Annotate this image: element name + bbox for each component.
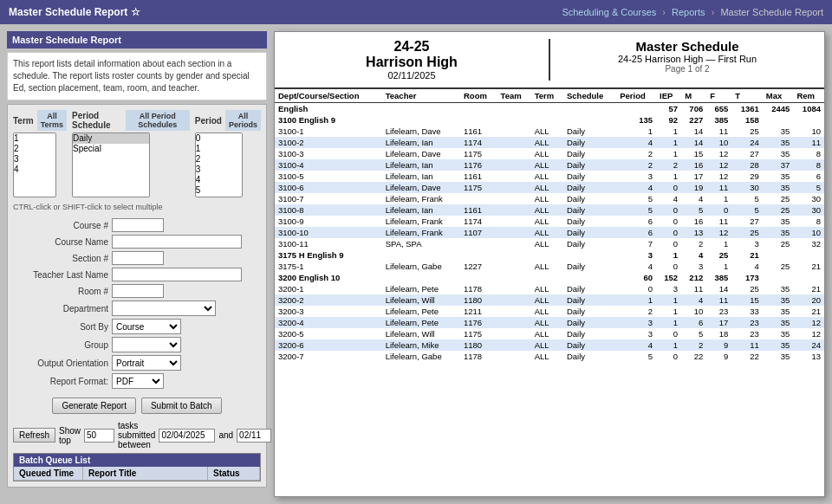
table-cell: [497, 238, 531, 249]
date-from-input[interactable]: [159, 429, 215, 443]
table-cell: Daily: [563, 216, 616, 227]
info-box: This report lists detail information abo…: [7, 52, 267, 100]
period-schedule-listbox[interactable]: Daily Special: [72, 132, 150, 197]
room-num-input[interactable]: [112, 284, 164, 298]
table-cell: 3100-8: [275, 204, 382, 216]
group-row: Group: [13, 337, 261, 352]
panel-title: Master Schedule Report: [7, 31, 267, 48]
department-select[interactable]: [112, 300, 216, 316]
form-fields: Course # Course Name Section # Teacher L…: [13, 218, 261, 389]
table-cell: 21: [793, 283, 824, 294]
col-t: T: [731, 89, 763, 103]
period-listbox[interactable]: 0 1 2 3 4 5 6: [195, 132, 243, 197]
department-label: Department: [13, 304, 108, 313]
sort-by-select[interactable]: Course: [112, 319, 181, 334]
table-cell: ALL: [531, 193, 563, 204]
col-iep: IEP: [656, 89, 681, 103]
report-panel: 24-25Harrison High 02/11/2025 Master Sch…: [274, 31, 825, 497]
table-cell: 5: [731, 204, 763, 216]
table-cell: Lifelearn, Frank: [382, 216, 460, 227]
table-cell: 15: [731, 294, 763, 306]
sort-by-row: Sort By Course: [13, 319, 261, 334]
table-cell: 1180: [460, 339, 497, 351]
generate-report-button[interactable]: Generate Report: [52, 397, 136, 414]
table-cell: Lifelearn, Will: [382, 294, 460, 306]
course-num-input[interactable]: [112, 218, 164, 232]
period-schedule-label: Period Schedule: [72, 111, 122, 130]
table-cell: Lifelearn, Dave: [382, 148, 460, 159]
table-cell: 12: [706, 227, 731, 238]
table-cell: 1174: [460, 137, 497, 148]
table-cell: 5: [731, 193, 763, 204]
table-cell: 7: [616, 238, 656, 249]
table-cell: 17: [706, 317, 731, 328]
submit-batch-button[interactable]: Submit to Batch: [141, 397, 222, 414]
show-top-input[interactable]: [84, 429, 114, 443]
breadcrumb-link-2[interactable]: Reports: [672, 7, 705, 17]
table-cell: 3: [681, 261, 706, 272]
table-cell: ALL: [531, 159, 563, 171]
table-cell: Daily: [563, 182, 616, 193]
group-select[interactable]: [112, 337, 181, 352]
group-total-cell: 1361: [731, 103, 763, 115]
term-listbox[interactable]: 1 2 3 4: [13, 132, 56, 197]
table-cell: 20: [793, 294, 824, 306]
breadcrumb-link-1[interactable]: Scheduling & Courses: [562, 7, 656, 17]
table-cell: 3200-5: [275, 328, 382, 339]
table-cell: 1175: [460, 182, 497, 193]
table-cell: ALL: [531, 171, 563, 182]
table-cell: 28: [731, 159, 763, 171]
table-cell: [497, 137, 531, 148]
nav-title: Master Schedule Report ☆: [9, 6, 140, 18]
table-cell: 2: [656, 159, 681, 171]
table-cell: 33: [731, 306, 763, 317]
teacher-name-input[interactable]: [112, 268, 242, 281]
period-schedule-all-label[interactable]: All Period Schedules: [126, 110, 190, 131]
table-cell: 1211: [460, 306, 497, 317]
table-cell: 3200-6: [275, 339, 382, 351]
table-cell: 1: [656, 317, 681, 328]
table-cell: ALL: [531, 204, 563, 216]
table-cell: 35: [763, 328, 794, 339]
table-cell: Daily: [563, 317, 616, 328]
format-select[interactable]: PDF: [112, 373, 164, 389]
section-num-input[interactable]: [112, 251, 164, 265]
hint-text: CTRL-click or SHIFT-click to select mult…: [13, 203, 261, 211]
table-cell: 25: [763, 204, 794, 216]
table-cell: 1: [656, 137, 681, 148]
table-cell: 5: [681, 204, 706, 216]
table-cell: Daily: [563, 261, 616, 272]
table-row: 3100-11SPA, SPAALLDaily702132532: [275, 238, 824, 249]
table-cell: 2: [616, 148, 656, 159]
table-row: 3200-1Lifelearn, Pete1178ALLDaily0311142…: [275, 283, 824, 294]
period-all-label[interactable]: All Periods: [225, 110, 261, 131]
subgroup-total-cell: 173: [731, 272, 763, 283]
refresh-button[interactable]: Refresh: [13, 428, 55, 443]
term-all-label[interactable]: All Terms: [37, 110, 67, 131]
col-term: Term: [531, 89, 563, 103]
report-title: Master Schedule: [559, 39, 816, 54]
table-cell: ALL: [531, 283, 563, 294]
top-nav: Master Schedule Report ☆ Scheduling & Co…: [0, 0, 832, 24]
table-cell: 25: [763, 261, 794, 272]
table-row: 3100-10Lifelearn, Frank1107ALLDaily60131…: [275, 227, 824, 238]
table-cell: ALL: [531, 238, 563, 249]
sort-by-label: Sort By: [13, 322, 108, 332]
course-name-label: Course Name: [13, 237, 108, 247]
table-cell: 12: [706, 171, 731, 182]
date-to-input[interactable]: [237, 429, 271, 443]
col-team: Team: [497, 89, 531, 103]
table-cell: Daily: [563, 193, 616, 204]
table-cell: 0: [616, 283, 656, 294]
course-num-row: Course #: [13, 218, 261, 232]
table-cell: 1: [706, 261, 731, 272]
col-room: Room: [460, 89, 497, 103]
orientation-select[interactable]: Portrait: [112, 355, 181, 371]
report-header-left: 24-25Harrison High 02/11/2025: [283, 39, 550, 81]
table-cell: 11: [706, 294, 731, 306]
table-cell: 35: [763, 339, 794, 351]
table-cell: ALL: [531, 351, 563, 362]
table-cell: Daily: [563, 294, 616, 306]
report-table[interactable]: Dept/Course/Section Teacher Room Team Te…: [275, 89, 824, 496]
course-name-input[interactable]: [112, 235, 242, 249]
